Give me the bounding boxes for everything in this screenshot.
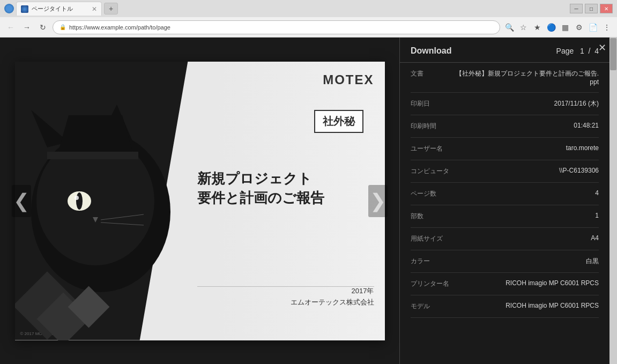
search-icon[interactable]: 🔍 bbox=[503, 21, 515, 33]
info-row: ユーザー名taro.morete bbox=[411, 138, 599, 160]
info-row: 印刷日2017/11/16 (木) bbox=[411, 93, 599, 115]
svg-point-6 bbox=[75, 196, 79, 200]
info-value: 4 bbox=[454, 189, 599, 197]
prev-slide-button[interactable]: ❮ bbox=[12, 185, 31, 217]
slide-year: 2017年 bbox=[291, 286, 374, 297]
scrollbar[interactable] bbox=[609, 38, 617, 364]
info-row: プリンター名RICOH imagio MP C6001 RPCS bbox=[411, 273, 599, 295]
info-value: 2017/11/16 (木) bbox=[454, 99, 599, 108]
info-label: ページ数 bbox=[411, 189, 448, 198]
grid-icon[interactable]: ▦ bbox=[559, 21, 571, 33]
slide-main-text: 新規プロジェクト 要件と計画のご報告 bbox=[197, 169, 374, 208]
info-value: RICOH imagio MP C6001 RPCS bbox=[454, 302, 599, 309]
bookmark-icon[interactable]: ☆ bbox=[517, 21, 529, 33]
extension-icon[interactable]: 🔵 bbox=[545, 21, 557, 33]
forward-button[interactable]: → bbox=[20, 21, 33, 34]
info-row: モデルRICOH imagio MP C6001 RPCS bbox=[411, 295, 599, 318]
maximize-button[interactable]: □ bbox=[585, 4, 598, 13]
minimize-button[interactable]: ─ bbox=[570, 4, 583, 13]
browser-tab[interactable]: ページタイトル ✕ bbox=[16, 2, 102, 16]
browser-icon bbox=[4, 4, 14, 13]
panel-header: Download Page 1 / 4 bbox=[400, 38, 609, 63]
info-value: 1 bbox=[454, 212, 599, 219]
info-label: 文書 bbox=[411, 69, 448, 78]
slide-container: MOTEX 社外秘 新規プロジェクト 要件と計画のご報告 2017年 エムオーテ… bbox=[15, 62, 385, 340]
page-current: 1 bbox=[580, 47, 584, 55]
info-label: 用紙サイズ bbox=[411, 234, 448, 243]
svg-point-5 bbox=[76, 192, 83, 210]
address-bar[interactable]: 🔒 https://www.example.com/path/to/page bbox=[53, 20, 500, 34]
info-row: 印刷時間01:48:21 bbox=[411, 115, 599, 138]
info-label: コンピュータ bbox=[411, 167, 449, 176]
window-controls: ─ □ ✕ bbox=[570, 4, 613, 13]
scrollbar-thumb[interactable] bbox=[610, 38, 616, 70]
tab-favicon bbox=[21, 5, 28, 13]
lock-icon: 🔒 bbox=[60, 24, 66, 30]
slide-area: MOTEX 社外秘 新規プロジェクト 要件と計画のご報告 2017年 エムオーテ… bbox=[0, 38, 399, 364]
nav-icons: 🔍 ☆ ★ 🔵 ▦ ⚙ 📄 ⋮ bbox=[503, 21, 613, 33]
info-row: コンピュータ\\P-C6139306 bbox=[411, 160, 599, 183]
svg-rect-11 bbox=[47, 152, 138, 159]
title-bar: ページタイトル ✕ + ─ □ ✕ bbox=[0, 0, 617, 17]
next-slide-button[interactable]: ❯ bbox=[368, 185, 388, 217]
info-value: RICOH imagio MP C6001 RPCS bbox=[455, 279, 599, 287]
info-value: \\P-C6139306 bbox=[455, 167, 599, 174]
info-label: 印刷日 bbox=[411, 99, 448, 108]
motex-logo: MOTEX bbox=[323, 72, 374, 87]
info-row: 用紙サイズA4 bbox=[411, 228, 599, 250]
info-value: taro.morete bbox=[454, 144, 599, 152]
svg-marker-10 bbox=[58, 115, 133, 153]
info-label: プリンター名 bbox=[411, 279, 449, 288]
slide-title: 新規プロジェクト 要件と計画のご報告 bbox=[197, 169, 374, 208]
main-area: MOTEX 社外秘 新規プロジェクト 要件と計画のご報告 2017年 エムオーテ… bbox=[0, 38, 617, 364]
tab-close-button[interactable]: ✕ bbox=[92, 5, 97, 13]
back-button[interactable]: ← bbox=[4, 21, 17, 34]
nav-bar: ← → ↻ 🔒 https://www.example.com/path/to/… bbox=[0, 17, 617, 38]
secret-stamp: 社外秘 bbox=[314, 110, 363, 133]
info-label: モデル bbox=[411, 302, 448, 311]
info-row: 文書【社外秘】新規プロジェクト要件と計画のご報告.ppt bbox=[411, 63, 599, 93]
download-label: Download bbox=[411, 46, 451, 56]
right-panel: ✕ Download Page 1 / 4 文書【社外秘】新規プロジェクト要件と… bbox=[399, 38, 617, 364]
info-table: 文書【社外秘】新規プロジェクト要件と計画のご報告.ppt印刷日2017/11/1… bbox=[400, 63, 609, 364]
info-label: 部数 bbox=[411, 212, 448, 221]
info-row: 部数1 bbox=[411, 205, 599, 228]
settings-icon[interactable]: ⚙ bbox=[573, 21, 585, 33]
close-window-button[interactable]: ✕ bbox=[600, 4, 613, 13]
info-label: 印刷時間 bbox=[411, 122, 448, 131]
address-text: https://www.example.com/path/to/page bbox=[69, 24, 493, 31]
info-value: 01:48:21 bbox=[454, 122, 599, 129]
star-icon[interactable]: ★ bbox=[531, 21, 543, 33]
info-label: カラー bbox=[411, 257, 448, 266]
page-info: Page 1 / 4 bbox=[556, 47, 599, 55]
page-label: Page bbox=[556, 47, 574, 55]
close-panel-button[interactable]: ✕ bbox=[598, 42, 606, 54]
slide-bottom-text: 2017年 エムオーテックス株式会社 bbox=[291, 286, 374, 308]
menu-icon[interactable]: ⋮ bbox=[601, 21, 613, 33]
tab-title: ページタイトル bbox=[32, 5, 88, 13]
new-tab-button[interactable]: + bbox=[104, 3, 118, 14]
info-value: A4 bbox=[454, 234, 599, 242]
slide-company: エムオーテックス株式会社 bbox=[291, 297, 374, 308]
info-label: ユーザー名 bbox=[411, 144, 448, 153]
pdf-icon[interactable]: 📄 bbox=[587, 21, 599, 33]
info-row: カラー白黒 bbox=[411, 250, 599, 273]
info-row: ページ数4 bbox=[411, 183, 599, 205]
info-value: 【社外秘】新規プロジェクト要件と計画のご報告.ppt bbox=[454, 69, 599, 86]
info-value: 白黒 bbox=[454, 257, 599, 266]
refresh-button[interactable]: ↻ bbox=[36, 21, 49, 34]
